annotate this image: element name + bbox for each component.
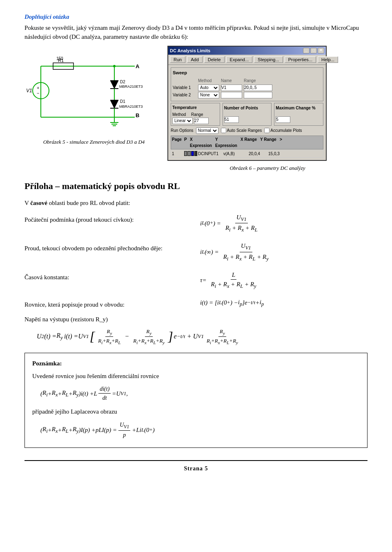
var2-range-input[interactable]: [244, 92, 272, 98]
btn-run[interactable]: Run: [170, 56, 185, 63]
td-color-boxes: [184, 151, 197, 156]
sweep-label: Sweep: [173, 69, 321, 76]
col-method: Method: [198, 78, 219, 84]
temperature-label: Temperature: [172, 105, 197, 111]
temp-values-row: Linear: [172, 118, 218, 124]
td-yexpr: v(A,B): [223, 151, 248, 157]
var1-name-input[interactable]: [221, 85, 242, 91]
figure-right: DC Analysis Limits _ □ ✕ Run Add Delete …: [167, 46, 368, 172]
range-col-label: Range: [191, 111, 203, 118]
var2-method-select[interactable]: None: [198, 92, 219, 98]
maxchange-input[interactable]: [276, 116, 290, 123]
proud-label: Proud, tekoucí obvodem po odeznění přech…: [24, 240, 192, 253]
btn-help[interactable]: Help...: [318, 56, 338, 63]
circuit-diagram: A B + − V1: [24, 46, 151, 134]
svg-text:MBRA210ET3: MBRA210ET3: [119, 85, 143, 89]
autoscale-label: Auto Scale Ranges: [227, 127, 262, 134]
color-box-gray: [184, 151, 187, 156]
laplace-equation: (Ri + Rx + RL + Ry) I(p) + pLI(p) = UV1 …: [40, 421, 360, 439]
figures-row: A B + − V1: [24, 46, 368, 172]
maxchange-label: Maximum Change %: [276, 106, 315, 110]
var2-label: Variable 2: [173, 92, 196, 98]
temp-method-select[interactable]: Linear: [172, 118, 193, 124]
sweep-column-headers: Method Name Range: [173, 78, 321, 84]
rovnice-label: Rovnice, která popisuje proud v obvodu:: [24, 296, 192, 309]
temp-numpoints-row: Temperature Method Range Linear Number o…: [171, 103, 323, 126]
btn-stepping[interactable]: Stepping...: [254, 56, 283, 63]
svg-text:A: A: [136, 63, 140, 69]
window-toolbar: Run Add Delete Expand... Stepping... Pro…: [168, 55, 326, 65]
casove-text: V časové oblasti bude pro RL obvod plati…: [24, 198, 368, 208]
btn-add[interactable]: Add: [187, 56, 203, 63]
napeti-label: Napětí na výstupu (rezistoru R_y): [24, 315, 368, 324]
btn-expand[interactable]: Expand...: [226, 56, 252, 63]
casove-bold: časové: [30, 200, 47, 206]
proud-row: Proud, tekoucí obvodem po odeznění přech…: [24, 240, 368, 263]
accumulate-label: Accumulate Plots: [270, 127, 302, 134]
win-minimize[interactable]: _: [303, 48, 310, 53]
temp-labels-row: Temperature: [172, 105, 218, 111]
page-table-header-row: Page P X Expression Y Expression X Range…: [171, 136, 323, 149]
rovnice-row: Rovnice, která popisuje proud v obvodu: …: [24, 296, 368, 309]
maxchange-section: Maximum Change %: [274, 103, 323, 126]
win-maximize[interactable]: □: [310, 48, 317, 53]
window-title: DC Analysis Limits: [170, 47, 210, 54]
win-close[interactable]: ✕: [318, 48, 324, 53]
accumulate-checkbox[interactable]: [264, 128, 270, 133]
svg-marker-27: [110, 80, 118, 89]
figure-right-caption: Obrázek 6 – parametry DC analýzy: [167, 164, 368, 172]
pocatecni-formula: iL(0+) = UV1 Ri + Rx + RL: [200, 211, 368, 234]
color-box-blue: [191, 151, 194, 156]
svg-text:D2: D2: [120, 80, 125, 84]
doplnujici-heading: Doplňující otázka: [24, 12, 368, 22]
method-col-label: Method: [172, 111, 189, 118]
var1-method-select[interactable]: Auto: [198, 85, 219, 91]
var1-label: Variable 1: [173, 85, 196, 91]
figure-left-caption: Obrázek 5 - simulace Zenerových diod D3 …: [24, 138, 163, 146]
td-xrange: 20,0,4: [249, 151, 267, 157]
td-page: 1: [172, 151, 183, 157]
th-xrange: X Range: [241, 136, 259, 149]
temp-method-label-row: Method Range: [172, 111, 218, 118]
poznamka-box: Poznámka: Uvedené rovnice jsou řešením d…: [24, 353, 368, 448]
diff-equation: (Ri + Rx + RL + Ry) i(t) + L di(t) dt = …: [40, 385, 360, 402]
rovnice-formula: i(t) = [iL(0+) − ip] e−t/τ + ip: [200, 296, 368, 308]
page-table: Page P X Expression Y Expression X Range…: [171, 136, 323, 158]
btn-delete[interactable]: Delete: [204, 56, 225, 63]
btn-properties[interactable]: Properties...: [285, 56, 316, 63]
td-xexpr: DCINPUT1: [198, 151, 223, 157]
runoptions-select[interactable]: Normal: [196, 127, 218, 134]
big-bracket-left: [: [90, 330, 95, 343]
var2-name-input[interactable]: [221, 92, 242, 98]
col-empty: [173, 78, 196, 84]
page-table-data-row: 1 DCINPUT1 v(A,B) 20,0,4 15,0,3: [171, 150, 323, 158]
var1-range-input[interactable]: [244, 85, 272, 91]
temp-range-input[interactable]: [194, 118, 209, 124]
col-name: Name: [221, 78, 242, 84]
pocatecni-label: Počáteční podmínka (proud tekoucí cívkou…: [24, 211, 192, 225]
th-yexpr: Y Expression: [215, 136, 240, 149]
priloha-title: Příloha – matematický popis obvodu RL: [24, 179, 368, 193]
dc-analysis-window[interactable]: DC Analysis Limits _ □ ✕ Run Add Delete …: [167, 46, 327, 161]
svg-text:MBRA210ET3: MBRA210ET3: [119, 105, 143, 109]
th-page: Page: [172, 136, 183, 149]
svg-text:150: 150: [56, 56, 63, 61]
numpoints-label: Number of Points: [224, 106, 258, 110]
casova-formula: τ = L Ri + Rx + RL + Ry: [200, 269, 368, 290]
u2-formula: U2(t) = Ry i(t) = UV1 [ Ry Ri+Rx+RL − Ry…: [37, 327, 368, 346]
td-yrange: 15,0,3: [268, 151, 287, 157]
pocatecni-row: Počáteční podmínka (proud tekoucí cívkou…: [24, 211, 368, 234]
intro-paragraph: Pokuste se vysvětlit, jaký význam mají Z…: [24, 23, 368, 42]
window-controls: _ □ ✕: [303, 48, 324, 53]
temperature-section: Temperature Method Range Linear: [171, 103, 220, 126]
big-bracket-right: ]: [168, 330, 173, 343]
window-titlebar: DC Analysis Limits _ □ ✕: [168, 47, 326, 55]
numpoints-input[interactable]: [224, 116, 239, 123]
th-yrange: Y Range: [260, 136, 279, 149]
poznamka-title: Poznámka:: [32, 359, 360, 368]
figure-left: A B + − V1: [24, 46, 163, 146]
autoscale-checkbox[interactable]: [221, 128, 226, 133]
pripadne-text: případně jejího Laplaceova obrazu: [32, 407, 360, 416]
runoptions-label: Run Options: [171, 127, 194, 134]
casova-label: Časová konstanta:: [24, 269, 192, 282]
